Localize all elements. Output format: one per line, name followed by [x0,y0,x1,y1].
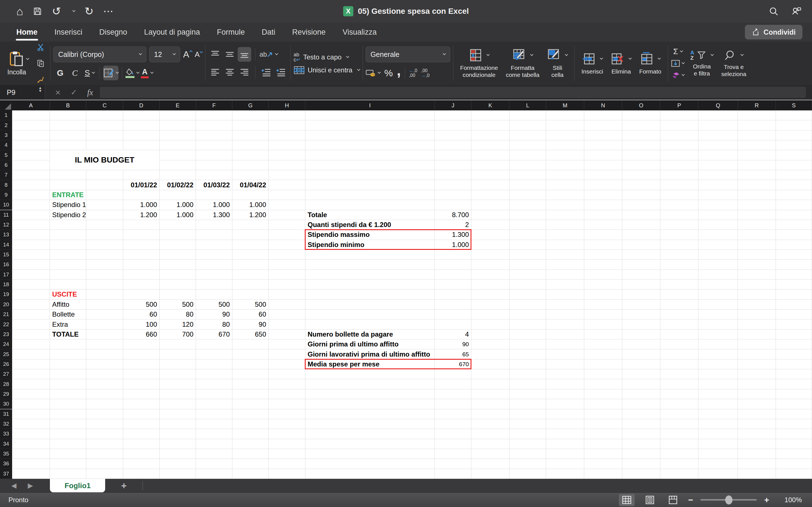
font-name-select[interactable]: Calibri (Corpo) [53,47,146,62]
row-header-3[interactable]: 3 [0,130,12,140]
row-header-10[interactable]: 10 [0,200,12,210]
cell-I13[interactable]: Stipendio massimo [305,230,435,239]
name-box-spinner[interactable]: ▲▼ [38,86,42,93]
col-header-M[interactable]: M [546,100,584,110]
align-center-icon[interactable] [223,65,237,80]
row-header-18[interactable]: 18 [0,280,12,290]
row-header-23[interactable]: 23 [0,330,12,339]
percent-format-button[interactable]: % [384,68,393,78]
find-select-button[interactable]: Trova e seleziona [717,49,750,77]
tab-layout-di-pagina[interactable]: Layout di pagina [136,22,208,42]
col-header-H[interactable]: H [269,100,305,110]
cell-D11[interactable]: 1.200 [123,210,159,220]
normal-view-icon[interactable] [619,494,635,506]
paste-button[interactable]: Incolla [7,51,26,76]
cell-E11[interactable]: 1.000 [160,210,196,220]
cell-J26[interactable]: 670 [435,359,471,369]
enter-icon[interactable]: ✓ [71,88,77,97]
cell-B23[interactable]: TOTALE [50,330,86,339]
cell-E22[interactable]: 120 [160,320,196,329]
cell-J23[interactable]: 4 [435,330,471,339]
cell-E10[interactable]: 1.000 [160,200,196,210]
undo-icon[interactable]: ↺ [52,6,61,17]
sort-filter-button[interactable]: AZ Ordina e filtra [686,50,717,77]
cell-F11[interactable]: 1.300 [196,210,232,220]
number-format-select[interactable]: Generale [366,47,450,62]
col-header-C[interactable]: C [86,100,123,110]
save-icon[interactable] [33,6,42,16]
col-header-K[interactable]: K [471,100,509,110]
italic-button[interactable]: C [68,66,82,80]
row-header-35[interactable]: 35 [0,449,12,459]
insert-function-icon[interactable]: fx [87,88,93,97]
col-header-Q[interactable]: Q [698,100,738,110]
cell-G21[interactable]: 60 [232,309,268,319]
font-size-select[interactable]: 12 [149,47,180,62]
cell-G8[interactable]: 01/04/22 [232,180,268,189]
cell-I12[interactable]: Quanti stipendi da € 1.200 [305,220,435,230]
wrap-text-button[interactable]: ab c↵ Testo a capo [294,52,360,62]
comma-format-button[interactable]: , [397,62,401,79]
row-header-36[interactable]: 36 [0,459,12,469]
tab-visualizza[interactable]: Visualizza [334,22,385,42]
row-header-32[interactable]: 32 [0,419,12,429]
cell-I26[interactable]: Media spese per mese [305,359,435,369]
col-header-J[interactable]: J [435,100,471,110]
col-header-R[interactable]: R [738,100,776,110]
decrease-indent-icon[interactable] [259,65,273,80]
row-header-9[interactable]: 9 [0,190,12,200]
formula-input[interactable] [100,87,806,98]
zoom-in-button[interactable]: + [764,495,769,505]
col-header-O[interactable]: O [622,100,660,110]
row-header-7[interactable]: 7 [0,170,12,180]
tab-home[interactable]: Home [8,22,46,42]
page-layout-view-icon[interactable] [642,494,658,506]
align-right-icon[interactable] [238,65,251,80]
tab-disegno[interactable]: Disegno [91,22,136,42]
cell-J14[interactable]: 1.000 [435,240,471,249]
cell-J11[interactable]: 8.700 [435,210,471,220]
orientation-button[interactable]: ab [259,47,278,62]
row-header-17[interactable]: 17 [0,270,12,280]
row-header-12[interactable]: 12 [0,220,12,230]
page-break-view-icon[interactable] [665,494,681,506]
row-header-21[interactable]: 21 [0,309,12,320]
cell-E20[interactable]: 500 [160,300,196,309]
cell-D8[interactable]: 01/01/22 [123,180,159,189]
zoom-slider-thumb[interactable] [725,496,732,504]
prev-sheet-icon[interactable]: ◀ [11,482,16,490]
spreadsheet-grid[interactable]: ABCDEFGHIJKLMNOPQRS123456789101112131415… [0,100,812,479]
cell-G22[interactable]: 90 [232,320,268,329]
tab-inserisci[interactable]: Inserisci [46,22,91,42]
cell-F8[interactable]: 01/03/22 [196,180,232,189]
tab-revisione[interactable]: Revisione [284,22,334,42]
select-all-corner[interactable] [0,100,12,110]
cell-F10[interactable]: 1.000 [196,200,232,210]
delete-cells-button[interactable]: Elimina [607,52,635,75]
bold-button[interactable]: G [53,66,67,80]
row-header-31[interactable]: 31 [0,409,12,419]
row-header-1[interactable]: 1 [0,110,12,120]
row-header-22[interactable]: 22 [0,320,12,329]
row-header-15[interactable]: 15 [0,250,12,260]
cell-F22[interactable]: 80 [196,320,232,329]
cell-B5[interactable]: IL MIO BUDGET [50,150,159,170]
conditional-formatting-button[interactable]: Formattazione condizionale [456,48,502,78]
zoom-slider[interactable] [700,499,757,501]
cell-G11[interactable]: 1.200 [232,210,268,220]
cell-D10[interactable]: 1.000 [123,200,159,210]
row-header-14[interactable]: 14 [0,240,12,250]
cell-G10[interactable]: 1.000 [232,200,268,210]
row-header-24[interactable]: 24 [0,339,12,349]
cell-B20[interactable]: Affitto [50,300,86,309]
row-header-26[interactable]: 26 [0,359,12,369]
col-header-D[interactable]: D [123,100,160,110]
cell-E8[interactable]: 01/02/22 [160,180,196,189]
cell-J12[interactable]: 2 [435,220,471,230]
cell-D23[interactable]: 660 [123,330,159,339]
row-header-8[interactable]: 8 [0,180,12,190]
autosum-button[interactable]: Σ [671,46,684,57]
home-icon[interactable]: ⌂ [16,6,23,17]
font-color-button[interactable]: A [140,66,154,80]
next-sheet-icon[interactable]: ▶ [28,482,33,490]
